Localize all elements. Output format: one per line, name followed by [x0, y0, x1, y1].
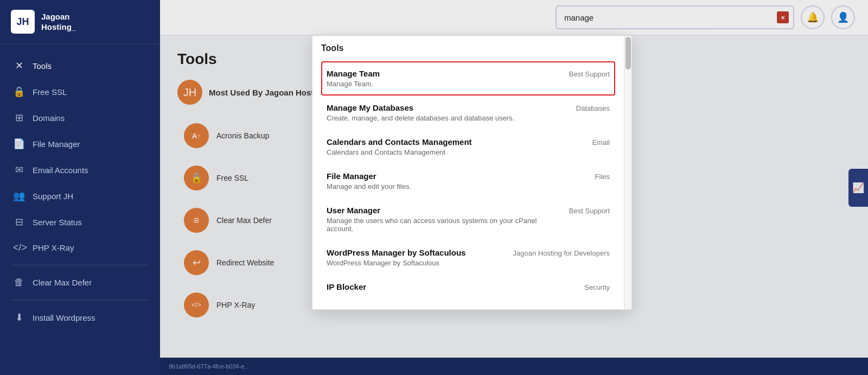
dropdown-item-name: User Manager [327, 206, 560, 215]
file-icon: 📄 [13, 138, 25, 150]
dropdown-item-name: Calendars and Contacts Management [327, 137, 583, 147]
dropdown-item-tag: Security [584, 282, 610, 291]
sidebar-item-clear-max-defer[interactable]: 🗑 Clear Max Defer [0, 270, 160, 295]
dropdown-item-tag: Files [595, 171, 610, 181]
trash-icon: 🗑 [13, 277, 25, 288]
dropdown-item-tag: Jagoan Hosting for Developers [513, 248, 610, 257]
sidebar-item-label: Free SSL [33, 87, 67, 97]
dropdown-item-name: Manage My Databases [327, 103, 567, 112]
dropdown-inner: Tools Manage Team Manage Team. Best Supp… [312, 36, 624, 309]
dropdown-section-title: Tools [321, 36, 615, 59]
sidebar-item-label: Tools [33, 61, 52, 71]
dropdown-item-left: Manage Team Manage Team. [327, 69, 560, 88]
sidebar-item-label: Domains [33, 113, 65, 123]
dropdown-item-desc: Manage the users who can access various … [327, 217, 560, 233]
logo-box: JH [11, 10, 35, 34]
sidebar-item-support-jh[interactable]: 👥 Support JH [0, 183, 160, 209]
dropdown-item-name: WordPress Manager by Softaculous [327, 248, 505, 257]
sidebar-nav: ✕ Tools 🔒 Free SSL ⊞ Domains 📄 File Mana… [0, 44, 160, 375]
sidebar-item-label: Install Wordpress [33, 313, 95, 322]
php-icon: </> [13, 242, 25, 253]
dropdown-item-user-manager[interactable]: User Manager Manage the users who can ac… [321, 198, 615, 240]
logo-text: JagoanHosting_ [41, 11, 76, 33]
dropdown-item-desc: Create, manage, and delete databases and… [327, 114, 567, 122]
sidebar-item-domains[interactable]: ⊞ Domains [0, 105, 160, 131]
scrollbar-thumb [626, 37, 631, 69]
sidebar-item-label: PHP X-Ray [33, 243, 74, 252]
dropdown-item-manage-team[interactable]: Manage Team Manage Team. Best Support [321, 61, 615, 96]
sidebar-item-file-manager[interactable]: 📄 File Manager [0, 131, 160, 157]
dropdown-item-wordpress-manager[interactable]: WordPress Manager by Softaculous WordPre… [321, 240, 615, 275]
dropdown-item-ip-blocker[interactable]: IP Blocker Security [321, 275, 615, 301]
dropdown-item-name: Manage Team [327, 69, 560, 78]
sidebar-item-free-ssl[interactable]: 🔒 Free SSL [0, 79, 160, 105]
sidebar-item-label: Clear Max Defer [33, 278, 92, 287]
dropdown-item-tag: Best Support [569, 69, 610, 78]
dropdown-scrollbar[interactable] [624, 36, 631, 309]
server-icon: ⊟ [13, 216, 25, 228]
tools-icon: ✕ [13, 60, 25, 72]
sidebar: JH JagoanHosting_ ✕ Tools 🔒 Free SSL ⊞ D… [0, 0, 160, 375]
sidebar-item-email-accounts[interactable]: ✉ Email Accounts [0, 157, 160, 183]
dropdown-item-tag: Databases [576, 103, 610, 112]
sidebar-divider-2 [11, 300, 149, 300]
sidebar-item-install-wordpress[interactable]: ⬇ Install Wordpress [0, 304, 160, 330]
dropdown-item-name: File Manager [327, 171, 586, 181]
sidebar-divider [11, 265, 149, 265]
sidebar-item-tools[interactable]: ✕ Tools [0, 53, 160, 79]
dropdown-item-left: IP Blocker [327, 282, 576, 293]
sidebar-item-php-xray[interactable]: </> PHP X-Ray [0, 235, 160, 260]
search-dropdown: Tools Manage Team Manage Team. Best Supp… [312, 35, 632, 310]
dropdown-item-left: File Manager Manage and edit your files. [327, 171, 586, 190]
dropdown-item-desc: Calendars and Contacts Management [327, 148, 583, 156]
email-icon: ✉ [13, 164, 25, 176]
dropdown-item-file-manager[interactable]: File Manager Manage and edit your files.… [321, 164, 615, 198]
dropdown-item-desc: Manage Team. [327, 80, 560, 88]
logo-initials: JH [16, 16, 29, 28]
dropdown-item-left: Manage My Databases Create, manage, and … [327, 103, 567, 122]
sidebar-item-label: Server Status [33, 218, 82, 227]
domains-icon: ⊞ [13, 112, 25, 124]
dropdown-item-desc: WordPress Manager by Softaculous [327, 259, 505, 267]
sidebar-item-label: Email Accounts [33, 166, 88, 175]
dropdown-item-left: Calendars and Contacts Management Calend… [327, 137, 583, 156]
dropdown-item-desc: Manage and edit your files. [327, 182, 586, 190]
support-icon: 👥 [13, 190, 25, 202]
sidebar-item-label: File Manager [33, 139, 80, 149]
dropdown-item-left: WordPress Manager by Softaculous WordPre… [327, 248, 505, 267]
sidebar-logo: JH JagoanHosting_ [0, 0, 160, 44]
dropdown-item-tag: Email [592, 137, 610, 147]
dropdown-item-manage-databases[interactable]: Manage My Databases Create, manage, and … [321, 96, 615, 130]
dropdown-item-calendars-contacts[interactable]: Calendars and Contacts Management Calend… [321, 130, 615, 164]
sidebar-item-server-status[interactable]: ⊟ Server Status [0, 209, 160, 235]
download-icon: ⬇ [13, 312, 25, 323]
sidebar-item-label: Support JH [33, 192, 73, 201]
dropdown-item-left: User Manager Manage the users who can ac… [327, 206, 560, 233]
lock-icon: 🔒 [13, 86, 25, 98]
main-content: × 🔔 👤 Tools JH Most Used By Jagoan Hosti… [160, 0, 868, 375]
dropdown-item-tag: Best Support [569, 206, 610, 215]
dropdown-item-name: IP Blocker [327, 282, 576, 291]
